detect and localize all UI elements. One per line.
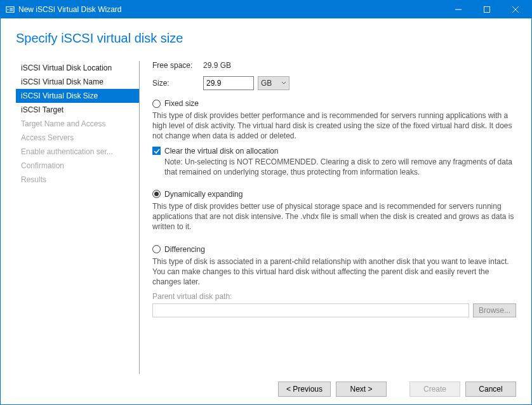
dynamic-radio-label: Dynamically expanding bbox=[164, 190, 243, 199]
fixed-size-radio-row[interactable]: Fixed size bbox=[152, 99, 516, 108]
sidebar-item-size[interactable]: iSCSI Virtual Disk Size bbox=[16, 89, 139, 103]
svg-point-1 bbox=[8, 9, 9, 10]
svg-rect-6 bbox=[484, 7, 489, 13]
parent-path-label: Parent virtual disk path: bbox=[152, 292, 516, 301]
sidebar-item-target-name: Target Name and Access bbox=[16, 117, 139, 131]
dynamic-radio-row[interactable]: Dynamically expanding bbox=[152, 190, 516, 199]
browse-button: Browse... bbox=[473, 303, 516, 317]
wizard-window: New iSCSI Virtual Disk Wizard Specify iS… bbox=[0, 0, 532, 405]
main-panel: Free space: 29.9 GB Size: GB Fixed size bbox=[140, 61, 516, 374]
sidebar-item-confirmation: Confirmation bbox=[16, 159, 139, 173]
button-spacer bbox=[392, 382, 404, 397]
wizard-steps-sidebar: iSCSI Virtual Disk Location iSCSI Virtua… bbox=[16, 61, 140, 374]
clear-disk-note: Note: Un-selecting is NOT RECOMMENDED. C… bbox=[164, 157, 516, 177]
minimize-button[interactable] bbox=[446, 1, 474, 18]
parent-path-row: Browse... bbox=[152, 303, 516, 317]
differencing-radio-label: Differencing bbox=[164, 245, 205, 254]
chevron-down-icon bbox=[281, 81, 286, 86]
dynamic-desc: This type of disk provides better use of… bbox=[152, 201, 516, 232]
free-space-label: Free space: bbox=[152, 61, 203, 70]
sidebar-item-access-servers: Access Servers bbox=[16, 131, 139, 145]
create-button: Create bbox=[409, 382, 460, 397]
app-icon bbox=[6, 5, 15, 14]
dynamic-radio[interactable] bbox=[152, 190, 161, 198]
clear-disk-checkbox[interactable] bbox=[152, 147, 161, 155]
clear-disk-block: Clear the virtual disk on allocation Not… bbox=[152, 147, 516, 177]
content-row: iSCSI Virtual Disk Location iSCSI Virtua… bbox=[16, 61, 516, 374]
differencing-radio-row[interactable]: Differencing bbox=[152, 245, 516, 254]
titlebar: New iSCSI Virtual Disk Wizard bbox=[1, 1, 531, 18]
fixed-size-radio[interactable] bbox=[152, 100, 161, 108]
dynamic-option-block: Dynamically expanding This type of disk … bbox=[152, 190, 516, 232]
size-input[interactable] bbox=[203, 76, 254, 90]
close-button[interactable] bbox=[503, 1, 531, 18]
clear-disk-label: Clear the virtual disk on allocation bbox=[164, 147, 278, 156]
sidebar-item-location[interactable]: iSCSI Virtual Disk Location bbox=[16, 61, 139, 75]
sidebar-item-results: Results bbox=[16, 173, 139, 187]
differencing-radio[interactable] bbox=[152, 245, 161, 253]
size-label: Size: bbox=[152, 79, 203, 88]
previous-button[interactable]: < Previous bbox=[278, 382, 331, 397]
size-row: Size: GB bbox=[152, 76, 516, 90]
maximize-button[interactable] bbox=[474, 1, 503, 18]
window-title: New iSCSI Virtual Disk Wizard bbox=[18, 5, 446, 14]
window-controls bbox=[446, 1, 531, 18]
clear-disk-row[interactable]: Clear the virtual disk on allocation bbox=[152, 147, 516, 156]
free-space-row: Free space: 29.9 GB bbox=[152, 61, 516, 70]
size-unit-select[interactable]: GB bbox=[258, 76, 289, 90]
differencing-option-block: Differencing This type of disk is associ… bbox=[152, 245, 516, 318]
page-title: Specify iSCSI virtual disk size bbox=[16, 31, 516, 46]
sidebar-item-name[interactable]: iSCSI Virtual Disk Name bbox=[16, 75, 139, 89]
next-button[interactable]: Next > bbox=[336, 382, 387, 397]
wizard-body: Specify iSCSI virtual disk size iSCSI Vi… bbox=[1, 18, 531, 374]
free-space-value: 29.9 GB bbox=[203, 61, 231, 70]
fixed-size-desc: This type of disk provides better perfor… bbox=[152, 110, 516, 142]
wizard-button-row: < Previous Next > Create Cancel bbox=[1, 374, 531, 404]
sidebar-item-auth: Enable authentication ser... bbox=[16, 145, 139, 159]
parent-path-input bbox=[152, 303, 469, 317]
differencing-desc: This type of disk is associated in a par… bbox=[152, 256, 516, 288]
fixed-size-radio-label: Fixed size bbox=[164, 99, 199, 108]
cancel-button[interactable]: Cancel bbox=[465, 382, 516, 397]
fixed-size-option-block: Fixed size This type of disk provides be… bbox=[152, 99, 516, 177]
sidebar-item-target[interactable]: iSCSI Target bbox=[16, 103, 139, 117]
size-unit-value: GB bbox=[261, 79, 272, 88]
